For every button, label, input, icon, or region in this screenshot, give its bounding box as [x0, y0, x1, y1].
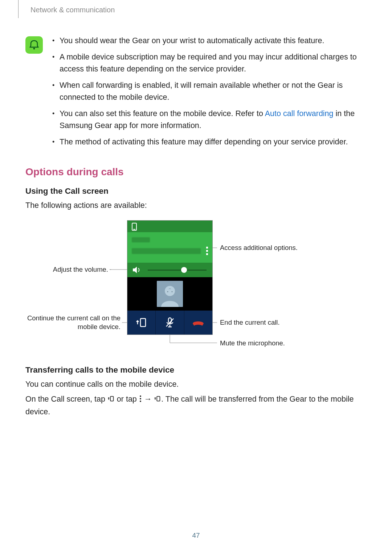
more-options-icon [139, 394, 142, 406]
callout-end: End the current call. [220, 318, 280, 327]
call-screen-figure: Access additional options. Adjust the vo… [25, 220, 359, 347]
svg-rect-14 [140, 319, 146, 327]
screen-call-info [127, 232, 212, 263]
end-call-button[interactable] [184, 311, 212, 335]
screen-status-bar [127, 221, 212, 232]
note-icon [25, 36, 43, 54]
transfer-icon [107, 394, 115, 406]
svg-rect-9 [133, 229, 135, 230]
transfer-icon [135, 316, 148, 329]
body-text: The following actions are available: [25, 200, 363, 212]
svg-rect-23 [157, 397, 160, 401]
screen-volume-row[interactable] [127, 263, 212, 277]
phone-status-icon [131, 223, 138, 231]
volume-icon [132, 265, 142, 276]
mute-mic-icon [164, 316, 176, 329]
note-item: When call forwarding is enabled, it will… [47, 79, 363, 103]
page-number: 47 [0, 532, 392, 539]
more-options-icon[interactable] [206, 245, 208, 257]
mute-button[interactable] [156, 311, 184, 335]
svg-point-22 [140, 401, 141, 402]
end-call-icon [191, 316, 205, 329]
note-item: You should wear the Gear on your wrist t… [47, 35, 363, 47]
transfer-call-button[interactable] [127, 311, 156, 335]
callout-mute: Mute the microphone. [220, 339, 285, 348]
svg-point-0 [33, 48, 35, 50]
avatar [157, 281, 183, 307]
auto-call-forwarding-link[interactable]: Auto call forwarding [265, 109, 334, 118]
note-item: The method of activating this feature ma… [47, 136, 363, 148]
note-text: You can also set this feature on the mob… [60, 109, 265, 118]
svg-rect-19 [110, 397, 113, 401]
callout-volume: Adjust the volume. [50, 265, 108, 274]
svg-point-11 [165, 286, 175, 296]
transfer-icon [154, 394, 161, 406]
subsection-heading: Transferring calls to the mobile device [25, 365, 363, 375]
svg-point-20 [140, 395, 141, 397]
breadcrumb: Network & communication [30, 6, 115, 14]
note-item: You can also set this feature on the mob… [47, 108, 363, 132]
note-list: You should wear the Gear on your wrist t… [47, 35, 363, 152]
section-heading: Options during calls [25, 166, 363, 178]
page-margin-rule [18, 0, 19, 18]
screen-contact-area [127, 277, 212, 311]
callout-more: Access additional options. [220, 243, 298, 252]
svg-point-12 [167, 291, 168, 292]
svg-point-21 [140, 398, 141, 399]
svg-point-13 [172, 291, 173, 292]
note-item: A mobile device subscription may be requ… [47, 51, 363, 75]
body-text: You can continue calls on the mobile dev… [25, 378, 363, 390]
body-text: On the Call screen, tap or tap → . The c… [25, 393, 363, 418]
subsection-heading: Using the Call screen [25, 186, 363, 196]
callout-transfer: Continue the current call on the mobile … [25, 314, 121, 331]
